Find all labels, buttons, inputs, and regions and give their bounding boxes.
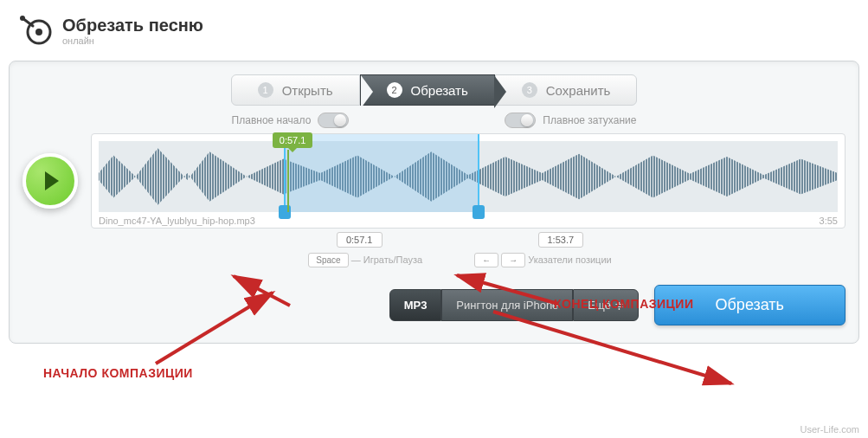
annotation-start: НАЧАЛО КОМПАЗИЦИИ [43,366,193,380]
start-time-input[interactable]: 0:57.1 [337,232,383,248]
steps-nav: 1Открыть 2Обрезать 3Сохранить [23,74,845,106]
svg-point-1 [35,29,42,35]
switch-icon[interactable] [318,113,349,128]
waveform[interactable]: 0:57.1 Dino_mc47-YA_lyublyu_hip-hop.mp3 … [91,133,845,229]
step-cut[interactable]: 2Обрезать [360,74,495,106]
selection-range[interactable] [284,134,479,212]
position-badge: 0:57.1 [273,132,313,148]
duration-label: 3:55 [820,216,838,226]
play-button[interactable] [23,153,78,209]
step-save[interactable]: 3Сохранить [495,74,638,106]
end-handle[interactable] [473,205,485,219]
play-icon [43,171,61,190]
fade-in-toggle[interactable]: Плавное начало [232,113,350,128]
page-subtitle: онлайн [62,35,203,46]
end-time-input[interactable]: 1:53.7 [538,232,584,248]
main-panel: 1Открыть 2Обрезать 3Сохранить Плавное на… [9,61,859,344]
header: Обрезать песню онлайн [0,0,868,61]
filename-label: Dino_mc47-YA_lyublyu_hip-hop.mp3 [99,216,255,226]
vinyl-logo-icon [17,13,52,48]
space-key-icon: Space [308,253,348,267]
switch-icon[interactable] [505,113,536,128]
fade-out-toggle[interactable]: Плавное затухание [505,113,636,128]
format-mp3-button[interactable]: MP3 [389,289,442,321]
step-open[interactable]: 1Открыть [231,74,360,106]
keyboard-hints: Space — Играть/Пауза ← → Указатели позиц… [74,253,845,267]
annotation-end: КОНЕЦ КОМПАЗИЦИИ [554,297,693,311]
page-title: Обрезать песню [62,16,203,35]
arrow-right-key-icon: → [501,253,525,267]
watermark: User-Life.com [800,424,859,435]
svg-point-2 [20,16,25,21]
arrow-left-key-icon: ← [474,253,498,267]
